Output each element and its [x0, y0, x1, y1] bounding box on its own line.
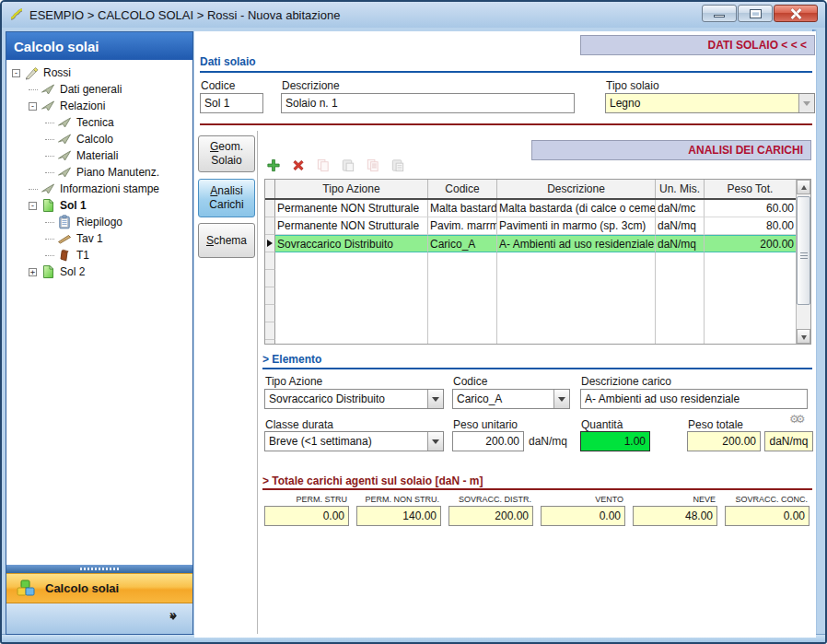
- table-cell: Sovraccarico Distribuito: [275, 235, 428, 252]
- calcolo-solai-button-label: Calcolo solai: [45, 581, 119, 595]
- page-green-icon: [41, 264, 55, 279]
- elemento-codice-select[interactable]: Carico_A: [452, 389, 570, 409]
- sidebar-header: Calcolo solai: [6, 32, 192, 60]
- tree-item-tecnica[interactable]: Tecnica: [6, 114, 192, 131]
- tree-item-informazioni-stampe[interactable]: Informazioni stampe: [6, 181, 192, 197]
- table-cell: 60.00: [705, 200, 797, 217]
- elemento-codice-value: Carico_A: [453, 390, 553, 408]
- tree-item-label: Dati generali: [60, 83, 122, 96]
- tab-schema[interactable]: Schema: [198, 223, 255, 258]
- peso-unitario-field[interactable]: [452, 431, 524, 451]
- tree-item-label: Tav 1: [76, 232, 103, 245]
- minimize-button[interactable]: [702, 5, 737, 22]
- total-value-field[interactable]: 48.00: [633, 506, 717, 526]
- divider: [262, 488, 812, 490]
- row-selector[interactable]: [265, 200, 275, 217]
- classe-durata-select[interactable]: Breve (<1 settimana): [264, 431, 444, 451]
- tree-item-materiali[interactable]: Materiali: [6, 147, 192, 164]
- column-header-codice[interactable]: Codice: [428, 180, 497, 198]
- quantita-field[interactable]: [580, 431, 650, 451]
- copy-button: [316, 156, 334, 174]
- table-cell: Pavimenti in marmo (sp. 3cm): [497, 217, 656, 235]
- titlebar: ESEMPIO > CALCOLO SOLAI > Rossi - Nuova …: [2, 2, 825, 28]
- tab-analisi-carichi[interactable]: AnalisiCarichi: [198, 179, 255, 217]
- total-label: SOVRACC. CONC.: [725, 495, 810, 506]
- table-scrollbar[interactable]: [796, 180, 810, 344]
- table-empty-row: [265, 252, 796, 270]
- tree-item-tav-1[interactable]: Tav 1: [6, 230, 192, 247]
- tree-item-sol-1[interactable]: -Sol 1: [6, 197, 192, 214]
- row-selector[interactable]: [265, 235, 275, 252]
- total-label: PERM. NON STRU.: [356, 495, 441, 506]
- collapse-minus-icon[interactable]: -: [29, 102, 37, 111]
- table-cell: daN/mq: [656, 235, 705, 252]
- maximize-button[interactable]: [738, 5, 773, 22]
- dart-icon: [57, 148, 72, 163]
- add-button[interactable]: [266, 156, 285, 174]
- column-header-descrizione[interactable]: Descrizione: [497, 180, 656, 198]
- delete-button[interactable]: [291, 156, 309, 174]
- descrizione-field[interactable]: [281, 93, 575, 113]
- table-cell: 80.00: [705, 217, 797, 235]
- paste-button: [341, 156, 359, 174]
- scroll-down-icon[interactable]: [797, 329, 810, 344]
- dart-icon: [41, 82, 55, 97]
- sidebar-splitter[interactable]: [6, 565, 192, 573]
- peso-totale-label: Peso totale: [688, 418, 743, 431]
- descrizione-label: Descrizione: [282, 79, 340, 92]
- total-value-field[interactable]: 200.00: [448, 506, 533, 526]
- total-value-field[interactable]: 0.00: [725, 506, 810, 526]
- expand-plus-icon[interactable]: +: [29, 268, 37, 276]
- collapse-buttons-chevron[interactable]: »: [163, 609, 183, 629]
- collapse-minus-icon[interactable]: -: [12, 69, 20, 77]
- peso-unitario-unit: daN/mq: [529, 435, 567, 448]
- scroll-up-icon[interactable]: [797, 180, 810, 194]
- chevron-down-icon: [169, 615, 177, 636]
- dart-icon: [57, 165, 72, 180]
- dart-icon: [57, 115, 72, 130]
- tree-item-sol-2[interactable]: +Sol 2: [6, 263, 192, 280]
- column-header-peso-tot[interactable]: Peso Tot.: [705, 180, 797, 198]
- table-row[interactable]: Permanente NON StrutturalePavim. marrmoP…: [265, 217, 796, 235]
- descrizione-carico-field[interactable]: [580, 389, 808, 409]
- row-selector[interactable]: [265, 217, 275, 235]
- loads-table: Tipo AzioneCodiceDescrizioneUn. Mis.Peso…: [264, 179, 811, 345]
- table-row[interactable]: Permanente NON StrutturaleMalta bastarda…: [265, 200, 796, 217]
- column-header-un-mis[interactable]: Un. Mis.: [656, 180, 705, 198]
- codice-field[interactable]: [200, 93, 263, 113]
- tipo-azione-select[interactable]: Sovraccarico Distribuito: [264, 389, 444, 409]
- copy-icon: [316, 158, 331, 172]
- peso-totale-field[interactable]: [687, 431, 761, 451]
- total-value-field[interactable]: 0.00: [541, 506, 625, 526]
- column-header-tipo-azione[interactable]: Tipo Azione: [275, 180, 428, 198]
- tree-item-relazioni[interactable]: -Relazioni: [6, 98, 192, 114]
- tree-item-calcolo[interactable]: Calcolo: [6, 131, 192, 147]
- tree-item-rossi[interactable]: -Rossi: [6, 64, 192, 81]
- tipo-solaio-value: Legno: [606, 94, 798, 112]
- maximize-icon: [751, 10, 761, 18]
- tree-item-dati-generali[interactable]: Dati generali: [6, 81, 192, 98]
- total-value-field[interactable]: 0.00: [264, 506, 349, 526]
- total-value-field[interactable]: 140.00: [356, 506, 441, 526]
- tab-geom-solaio[interactable]: Geom.Solaio: [198, 135, 255, 172]
- tree-connector: [29, 89, 38, 90]
- scrollbar-thumb[interactable]: [797, 196, 810, 305]
- calcolo-solai-button[interactable]: Calcolo solai: [6, 573, 192, 603]
- close-button[interactable]: [774, 5, 818, 22]
- total-label: NEVE: [633, 495, 717, 506]
- tree-item-riepilogo[interactable]: Riepilogo: [6, 214, 192, 230]
- tree-item-piano-manutenz[interactable]: Piano Manutenz.: [6, 164, 192, 181]
- tipo-solaio-select[interactable]: Legno: [605, 93, 815, 113]
- dati-solaio-toggle[interactable]: DATI SOLAIO < < <: [580, 35, 815, 55]
- total-label: VENTO: [541, 495, 625, 506]
- gears-icon[interactable]: ⚙⚙: [789, 413, 802, 426]
- tab-label-line: Geom.: [210, 140, 243, 154]
- main-panel: DATI SOLAIO < < < Dati solaio Codice Des…: [194, 31, 816, 638]
- collapse-minus-icon[interactable]: -: [29, 202, 37, 210]
- tree-item-label: Tecnica: [76, 116, 114, 129]
- table-row[interactable]: Sovraccarico DistribuitoCarico_AA- Ambie…: [265, 235, 796, 252]
- tree-item-t1[interactable]: T1: [6, 247, 192, 263]
- loads-toolbar: [266, 155, 409, 175]
- table-empty-row: [265, 322, 796, 340]
- tree-connector: [45, 172, 54, 173]
